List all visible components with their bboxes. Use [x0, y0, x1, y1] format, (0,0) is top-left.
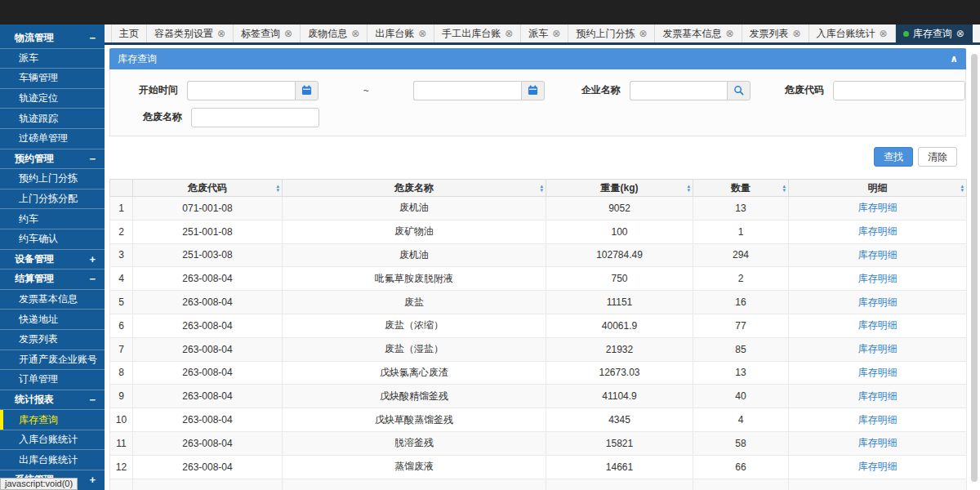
close-icon[interactable]	[284, 29, 292, 38]
sort-icon[interactable]	[276, 184, 279, 192]
sidebar-item-19[interactable]: 统计报表−	[0, 390, 105, 411]
table-body: 1071-001-08废机油905213库存明细2251-001-08废矿物油1…	[110, 197, 967, 490]
inventory-detail-link[interactable]: 库存明细	[858, 461, 898, 472]
sidebar-item-11[interactable]: 约车确认	[0, 229, 105, 250]
tab-2[interactable]: 容器类别设置	[147, 24, 234, 42]
column-header-3[interactable]: 危废名称	[283, 180, 546, 197]
inventory-detail-link[interactable]: 库存明细	[858, 437, 898, 448]
panel-title: 库存查询	[118, 52, 157, 66]
inventory-detail-link[interactable]: 库存明细	[858, 202, 898, 213]
cell-row-index: 4	[110, 267, 133, 291]
sidebar-item-label: 轨迹跟踪	[19, 112, 58, 126]
table-row: 9263-008-04戊炔酸精馏釜残41104.940库存明细	[110, 385, 967, 408]
waste-code-input[interactable]	[833, 81, 965, 100]
close-icon[interactable]	[505, 29, 513, 38]
sidebar-item-12[interactable]: 设备管理+	[0, 250, 105, 270]
inventory-detail-link[interactable]: 库存明细	[858, 414, 898, 425]
close-icon[interactable]	[793, 29, 801, 38]
tab-9[interactable]: 发票基本信息	[655, 24, 742, 42]
sidebar-item-2[interactable]: 派车	[0, 49, 105, 69]
close-icon[interactable]	[351, 29, 359, 38]
sidebar-item-9[interactable]: 上门分拣分配	[0, 189, 105, 210]
expand-icon[interactable]: +	[89, 474, 96, 485]
company-search-button[interactable]	[727, 81, 751, 100]
tab-1[interactable]: 主页	[111, 24, 147, 42]
sidebar-item-20[interactable]: 库存查询	[0, 410, 105, 430]
sidebar-item-10[interactable]: 约车	[0, 209, 105, 229]
sidebar-item-15[interactable]: 快递地址	[0, 310, 105, 330]
cell-quantity: 66	[693, 455, 789, 479]
waste-name-input[interactable]	[191, 108, 319, 127]
start-date-picker-button[interactable]	[295, 81, 318, 100]
sort-icon[interactable]	[540, 184, 543, 192]
column-header-5[interactable]: 数量	[693, 180, 789, 197]
inventory-detail-link[interactable]: 库存明细	[858, 367, 898, 378]
clear-button[interactable]: 清除	[918, 147, 957, 167]
inventory-detail-link[interactable]: 库存明细	[858, 225, 898, 237]
query-panel: 库存查询 开始时间 ~ 企业名称	[109, 48, 966, 136]
sidebar-item-17[interactable]: 开通产废企业账号	[0, 350, 105, 371]
close-icon[interactable]	[639, 29, 647, 38]
sidebar-item-14[interactable]: 发票基本信息	[0, 290, 105, 310]
inventory-detail-link[interactable]: 库存明细	[858, 249, 898, 261]
sidebar-item-16[interactable]: 发票列表	[0, 330, 105, 350]
sort-icon[interactable]	[960, 184, 964, 192]
close-icon[interactable]	[217, 29, 225, 38]
sidebar-item-6[interactable]: 过磅单管理	[0, 129, 105, 149]
sidebar-item-5[interactable]: 轨迹跟踪	[0, 109, 105, 129]
end-time-input[interactable]	[413, 81, 521, 100]
tab-10[interactable]: 发票列表	[742, 24, 809, 42]
inventory-detail-link[interactable]: 库存明细	[858, 390, 898, 402]
tab-11[interactable]: 入库台账统计	[809, 24, 896, 42]
collapse-icon[interactable]: −	[89, 154, 96, 164]
column-header-6[interactable]: 明细	[789, 180, 967, 197]
sidebar-item-4[interactable]: 轨迹定位	[0, 89, 105, 109]
sidebar-item-21[interactable]: 入库台账统计	[0, 430, 105, 451]
tab-6[interactable]: 手工出库台账	[434, 24, 521, 42]
tab-5[interactable]: 出库台账	[368, 24, 434, 42]
tab-label: 发票列表	[750, 27, 789, 41]
expand-icon[interactable]: +	[89, 254, 96, 265]
table-row: 6263-008-04废盐（浓缩）40061.977库存明细	[110, 314, 967, 337]
sort-icon[interactable]	[687, 184, 690, 192]
cell-quantity: 4	[693, 408, 789, 432]
start-time-input[interactable]	[187, 81, 295, 100]
vertical-scrollbar[interactable]	[971, 54, 978, 482]
column-header-1	[110, 180, 133, 197]
tab-12[interactable]: 库存查询	[896, 24, 973, 42]
sidebar-item-18[interactable]: 订单管理	[0, 370, 105, 390]
tab-4[interactable]: 废物信息	[301, 24, 368, 42]
inventory-detail-link[interactable]: 库存明细	[858, 343, 898, 354]
tab-7[interactable]: 派车	[521, 24, 568, 42]
collapse-icon[interactable]: −	[89, 33, 96, 43]
sidebar-item-7[interactable]: 预约管理−	[0, 149, 105, 170]
tab-8[interactable]: 预约上门分拣	[568, 24, 655, 42]
column-header-2[interactable]: 危废代码	[133, 180, 283, 197]
close-icon[interactable]	[725, 29, 733, 38]
inventory-detail-link[interactable]: 库存明细	[858, 296, 898, 308]
tab-3[interactable]: 标签查询	[234, 24, 301, 42]
inventory-detail-link[interactable]: 库存明细	[858, 273, 898, 284]
close-icon[interactable]	[880, 29, 888, 38]
sidebar-item-3[interactable]: 车辆管理	[0, 69, 105, 89]
cell-waste-name: 戊炔酸精馏釜残	[283, 385, 546, 408]
sidebar-item-1[interactable]: 物流管理−	[0, 29, 105, 49]
sort-icon[interactable]	[782, 184, 786, 192]
sidebar-item-13[interactable]: 结算管理−	[0, 270, 105, 290]
collapse-icon[interactable]: −	[89, 274, 96, 284]
search-button[interactable]: 查找	[874, 147, 913, 167]
column-header-4[interactable]: 重量(kg)	[546, 180, 693, 197]
end-date-picker-button[interactable]	[521, 81, 545, 100]
tab-label: 容器类别设置	[154, 27, 213, 41]
cell-detail: 库存明细	[789, 197, 967, 220]
chevron-up-icon[interactable]	[950, 53, 958, 65]
search-icon	[733, 85, 744, 96]
company-name-input[interactable]	[630, 81, 727, 100]
inventory-detail-link[interactable]: 库存明细	[858, 319, 898, 331]
close-icon[interactable]	[418, 29, 426, 38]
close-icon[interactable]	[552, 29, 560, 38]
collapse-icon[interactable]: −	[89, 394, 96, 405]
close-icon[interactable]	[956, 29, 964, 38]
sidebar-item-8[interactable]: 预约上门分拣	[0, 169, 105, 189]
sidebar-item-22[interactable]: 出库台账统计	[0, 450, 105, 470]
